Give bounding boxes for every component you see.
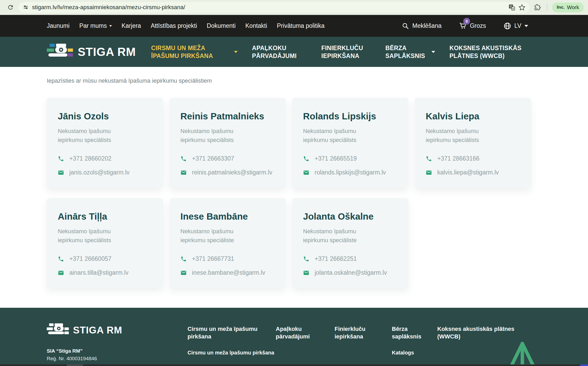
main-navigation: STIGA RM CIRSMU UN MEŽA ĪPAŠUMU PIRKŠANA… bbox=[0, 37, 588, 67]
topbar-link-kontakti[interactable]: Kontakti bbox=[245, 22, 267, 29]
extensions-button[interactable] bbox=[533, 3, 542, 12]
email-icon bbox=[303, 169, 309, 176]
footer-title-finierklucu[interactable]: Finierkluču iepirkšana bbox=[335, 325, 374, 340]
topbar-link-privatuma-politika[interactable]: Privātuma politika bbox=[277, 22, 325, 29]
specialist-card: Kalvis Liepa Nekustamo īpašumu iepirkumu… bbox=[415, 98, 531, 188]
specialist-card: Jānis Ozols Nekustamo īpašumu iepirkumu … bbox=[47, 98, 163, 188]
nav-item-berza-saplaksnis[interactable]: BĒRZA SAPLĀKSNIS bbox=[385, 44, 435, 60]
top-utility-bar: Jaunumi Par mums Karjera Attīstības proj… bbox=[0, 15, 588, 37]
company-name: SIA “Stiga RM” bbox=[47, 347, 167, 355]
stiga-rm-logo-icon bbox=[47, 43, 73, 61]
search-button[interactable]: Meklēšana bbox=[402, 22, 441, 30]
specialist-card: Ainārs Tiļļa Nekustamo īpašumu iepirkumu… bbox=[47, 198, 163, 288]
page-content: Komanda Iepazīsties ar mūsu nekustamā īp… bbox=[0, 67, 588, 288]
section-subtitle: Iepazīsties ar mūsu nekustamā īpašuma ie… bbox=[47, 77, 541, 84]
specialist-email-link[interactable]: jolanta.oskalne@stigarm.lv bbox=[303, 269, 397, 276]
specialist-phone-link[interactable]: +371 28663166 bbox=[426, 155, 520, 162]
specialist-phone-link[interactable]: +371 26662251 bbox=[303, 255, 397, 262]
specialist-card: Rolands Lipskijs Nekustamo īpašumu iepir… bbox=[292, 98, 408, 188]
specialist-phone-link[interactable]: +371 26663307 bbox=[180, 155, 275, 162]
nav-item-cirsmu-pirksana[interactable]: CIRSMU UN MEŽA ĪPAŠUMU PIRKŠANA bbox=[151, 44, 238, 60]
site-info-icon[interactable] bbox=[23, 4, 29, 10]
topbar-link-jaunumi[interactable]: Jaunumi bbox=[47, 22, 70, 29]
specialist-name: Ainārs Tiļļa bbox=[58, 211, 152, 222]
specialist-role: Nekustamo īpašumu iepirkumu speciālists bbox=[303, 127, 382, 145]
chevron-down-icon bbox=[524, 25, 528, 27]
footer-title-apalkoku[interactable]: Apaļkoku pārvadājumi bbox=[276, 325, 318, 340]
browser-chrome: stigarm.lv/lv/meza-apsaimniekosana/mezu-… bbox=[0, 0, 588, 15]
footer-brand-logo[interactable]: STIGA RM bbox=[47, 323, 122, 338]
fir-tree-icon bbox=[510, 342, 534, 366]
specialist-name: Rolands Lipskijs bbox=[303, 111, 397, 121]
nav-item-apalkoku-parvadajumi[interactable]: APAĻKOKU PĀRVADĀJUMI bbox=[252, 44, 307, 60]
specialist-card: Jolanta Oškalne Nekustamo īpašumu iepirk… bbox=[292, 198, 408, 288]
specialist-email-link[interactable]: kalvis.liepa@stigarm.lv bbox=[426, 169, 520, 176]
topbar-link-par-mums[interactable]: Par mums bbox=[79, 22, 112, 29]
topbar-link-karjera[interactable]: Karjera bbox=[122, 22, 141, 29]
page-footer: STIGA RM SIA “Stiga RM” Reģ. Nr. 4000319… bbox=[0, 308, 588, 366]
taskbar-sliver bbox=[67, 364, 83, 366]
globe-icon bbox=[503, 22, 511, 30]
footer-brand-name: STIGA RM bbox=[73, 325, 122, 336]
specialist-email-link[interactable]: inese.bambane@stigarm.lv bbox=[180, 269, 275, 276]
footer-title-berza[interactable]: Bērza saplāksnis bbox=[392, 325, 426, 340]
specialist-name: Kalvis Liepa bbox=[426, 111, 520, 121]
stiga-rm-logo-icon-white bbox=[47, 323, 69, 338]
specialist-cards-grid: Jānis Ozols Nekustamo īpašumu iepirkumu … bbox=[47, 98, 541, 288]
address-bar[interactable]: stigarm.lv/lv/meza-apsaimniekosana/mezu-… bbox=[18, 2, 530, 13]
specialist-role: Nekustamo īpašumu iepirkumu speciālists bbox=[180, 127, 259, 145]
section-heading-clipped: Komanda bbox=[47, 67, 541, 70]
url-text[interactable]: stigarm.lv/lv/meza-apsaimniekosana/mezu-… bbox=[32, 4, 505, 11]
language-selector[interactable]: LV bbox=[503, 22, 528, 30]
topbar-link-attistibas-projekti[interactable]: Attīstības projekti bbox=[151, 22, 197, 29]
chevron-down-icon bbox=[431, 51, 435, 53]
specialist-phone-link[interactable]: +371 26660057 bbox=[58, 255, 152, 262]
browser-profile-chip[interactable]: Inc. Work bbox=[552, 3, 584, 12]
screen-bottom-edge bbox=[0, 364, 588, 366]
phone-icon bbox=[303, 256, 309, 262]
page-title: Komanda bbox=[47, 67, 541, 68]
topbar-link-dokumenti[interactable]: Dokumenti bbox=[207, 22, 236, 29]
specialist-name: Jānis Ozols bbox=[58, 111, 152, 121]
specialist-name: Reinis Patmalnieks bbox=[180, 111, 275, 121]
translate-icon[interactable]: G A bbox=[508, 4, 515, 11]
search-label: Meklēšana bbox=[412, 22, 441, 29]
footer-column-apalkoku: Apaļkoku pārvadājumi bbox=[276, 325, 318, 340]
specialist-phone-link[interactable]: +371 26665519 bbox=[303, 155, 397, 162]
language-label: LV bbox=[514, 22, 521, 29]
footer-title-cirsmu[interactable]: Cirsmu un meža īpašumu pirkšana bbox=[188, 325, 258, 340]
taskbar-sliver-accent bbox=[580, 364, 588, 366]
cart-label: Grozs bbox=[470, 22, 486, 29]
brand-logo[interactable]: STIGA RM bbox=[47, 43, 136, 61]
specialist-email-link[interactable]: janis.ozols@stigarm.lv bbox=[58, 169, 152, 176]
phone-icon bbox=[426, 156, 432, 162]
footer-link-cirsmu-pirksana[interactable]: Cirsmu un meža īpašumu pirkšana bbox=[188, 350, 274, 356]
email-icon bbox=[58, 270, 64, 276]
specialist-role: Nekustamo īpašumu iepirkumu speciāliste bbox=[303, 227, 382, 245]
specialist-name: Inese Bambāne bbox=[180, 211, 275, 222]
specialist-phone-link[interactable]: +371 26667731 bbox=[180, 255, 275, 262]
chevron-down-icon bbox=[109, 25, 112, 27]
specialist-email-link[interactable]: rolands.lipskijs@stigarm.lv bbox=[303, 169, 397, 176]
specialist-phone-link[interactable]: +371 28660202 bbox=[58, 155, 152, 162]
nav-item-koksnes-akustiskas-platnes[interactable]: KOKSNES AKUSTISKĀS PLĀTNES (WWCB) bbox=[449, 44, 549, 60]
profile-label-bold: Inc. bbox=[557, 5, 565, 10]
phone-icon bbox=[180, 156, 187, 162]
specialist-role: Nekustamo īpašumu iepirkumu speciāliste bbox=[180, 227, 259, 245]
cart-button[interactable]: 0 Grozs bbox=[459, 21, 486, 31]
profile-label: Work bbox=[567, 4, 579, 10]
phone-icon bbox=[303, 156, 309, 162]
nav-item-finierklucu-iepirksana[interactable]: FINIERKLUČU IEPIRKŠANA bbox=[321, 44, 371, 60]
specialist-email-link[interactable]: ainars.tilla@stigarm.lv bbox=[58, 269, 152, 276]
chrome-separator bbox=[547, 4, 547, 11]
footer-link-katalogs[interactable]: Katalogs bbox=[392, 350, 414, 356]
bookmark-star-icon[interactable] bbox=[518, 4, 525, 11]
main-menu: CIRSMU UN MEŽA ĪPAŠUMU PIRKŠANA APAĻKOKU… bbox=[151, 44, 549, 60]
phone-icon bbox=[58, 256, 64, 262]
specialist-email-link[interactable]: reinis.patmalnieks@stigarm.lv bbox=[180, 169, 275, 176]
reload-button[interactable] bbox=[6, 3, 15, 12]
phone-icon bbox=[58, 156, 64, 162]
footer-title-koksnes[interactable]: Koksnes akustiskās plātnes (WWCB) bbox=[437, 325, 516, 340]
email-icon bbox=[426, 169, 432, 176]
svg-text:A: A bbox=[512, 7, 514, 10]
